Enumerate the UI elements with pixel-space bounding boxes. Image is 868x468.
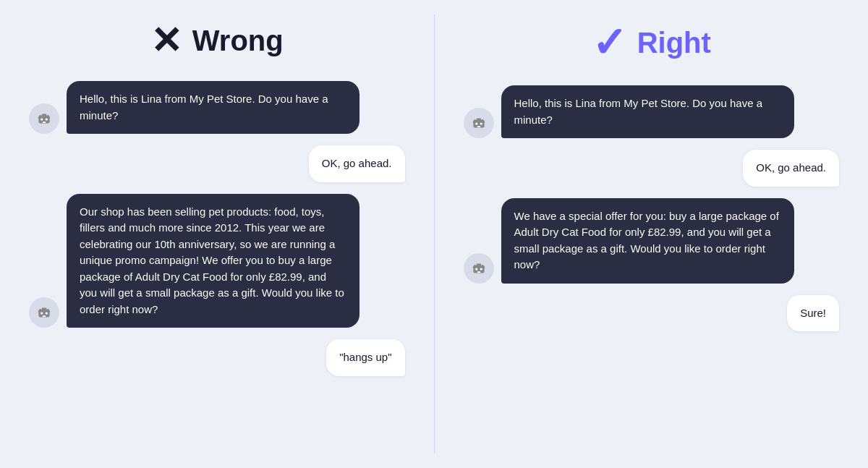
svg-point-17 [480,122,482,124]
right-message-4: Sure! [464,295,840,332]
wrong-bubble-3: Our shop has been selling pet products: … [67,194,359,328]
right-message-2: OK, go ahead. [464,150,840,187]
right-bubble-1: Hello, this is Lina from My Pet Store. D… [501,85,794,138]
wrong-message-4: "hangs up" [29,339,405,376]
bot-avatar-r1 [464,108,494,138]
svg-rect-22 [476,263,481,265]
wrong-message-1: Hello, this is Lina from My Pet Store. D… [29,81,405,134]
svg-rect-8 [42,308,47,310]
wrong-title: Wrong [192,26,284,55]
right-chat-area: Hello, this is Lina from My Pet Store. D… [464,85,840,439]
wrong-bubble-1: Hello, this is Lina from My Pet Store. D… [67,81,359,134]
svg-rect-4 [43,122,46,123]
svg-rect-11 [43,315,46,317]
svg-point-23 [475,268,477,270]
right-bubble-3: We have a special offer for you: buy a l… [501,198,794,284]
right-message-1: Hello, this is Lina from My Pet Store. D… [464,85,840,138]
svg-rect-1 [42,114,47,116]
right-panel: ✓ Right Hello, this is Lina from My Pet … [435,0,869,468]
svg-point-24 [480,268,482,270]
svg-point-3 [46,118,48,120]
svg-rect-25 [477,271,480,273]
right-message-3: We have a special offer for you: buy a l… [464,198,840,284]
bot-avatar-r3 [464,253,494,284]
bot-avatar-1 [29,103,59,134]
svg-rect-18 [477,126,480,127]
wrong-chat-area: Hello, this is Lina from My Pet Store. D… [29,81,405,439]
svg-point-10 [46,312,48,314]
wrong-panel: ✕ Wrong Hello, this is Lina from My Pet … [0,0,434,468]
wrong-icon: ✕ [150,22,182,59]
wrong-bubble-2: OK, go ahead. [309,145,405,182]
svg-point-2 [41,118,43,120]
right-icon: ✓ [592,22,627,64]
right-bubble-2: OK, go ahead. [743,150,839,187]
right-bubble-4: Sure! [787,295,839,332]
svg-point-9 [41,312,43,314]
wrong-message-3: Our shop has been selling pet products: … [29,194,405,328]
bot-avatar-3 [29,297,59,328]
svg-rect-15 [476,119,481,121]
right-header: ✓ Right [464,22,840,64]
wrong-bubble-4: "hangs up" [326,339,404,376]
svg-point-16 [475,122,477,124]
wrong-message-2: OK, go ahead. [29,145,405,182]
right-title: Right [637,28,711,57]
wrong-header: ✕ Wrong [29,22,405,59]
